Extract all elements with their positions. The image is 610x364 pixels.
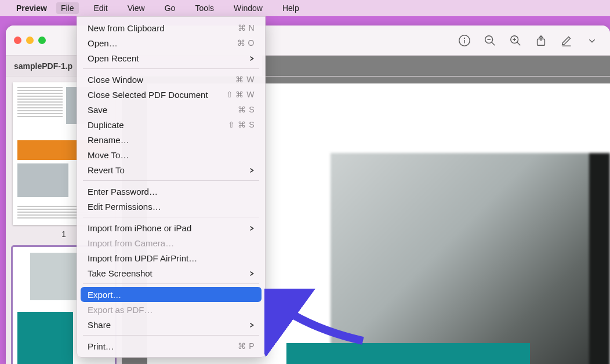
menu-item-label: Save — [88, 105, 107, 115]
menu-shortcut: ⌘ O — [237, 38, 255, 48]
menu-item-rename[interactable]: Rename… — [81, 132, 262, 147]
menu-item-label: Import from iPhone or iPad — [88, 223, 191, 233]
menu-item-label: New from Clipboard — [88, 23, 165, 33]
menu-item-label: Duplicate — [88, 120, 124, 130]
menu-shortcut: ⌘ P — [238, 341, 255, 351]
svg-line-4 — [492, 42, 495, 45]
menu-item-close-window[interactable]: Close Window⌘ W — [81, 72, 262, 87]
menu-item-new-from-clipboard[interactable]: New from Clipboard⌘ N — [81, 20, 262, 35]
menu-go[interactable]: Go — [160, 2, 180, 14]
menu-separator — [83, 335, 259, 336]
chevron-right-icon — [249, 268, 255, 278]
close-window-button[interactable] — [14, 37, 21, 44]
menubar: Preview File Edit View Go Tools Window H… — [0, 0, 610, 16]
menu-item-print[interactable]: Print…⌘ P — [81, 338, 262, 354]
menu-window[interactable]: Window — [229, 2, 267, 14]
menu-item-label: Enter Password… — [88, 187, 158, 196]
menu-item-label: Open… — [88, 38, 118, 48]
menu-view[interactable]: View — [123, 2, 150, 14]
menu-item-import-from-updf-airprint[interactable]: Import from UPDF AirPrint… — [81, 250, 262, 265]
file-menu-dropdown: New from Clipboard⌘ NOpen…⌘ OOpen Recent… — [77, 16, 266, 358]
menu-shortcut: ⇧ ⌘ W — [226, 90, 255, 99]
share-icon[interactable] — [535, 34, 547, 47]
menu-item-label: Share — [88, 320, 111, 330]
svg-line-7 — [517, 42, 521, 45]
menu-item-duplicate[interactable]: Duplicate⇧ ⌘ S — [81, 117, 262, 132]
menu-item-open[interactable]: Open…⌘ O — [81, 35, 262, 50]
chevron-right-icon — [249, 165, 255, 175]
menu-item-move-to[interactable]: Move To… — [81, 147, 262, 162]
menu-item-share[interactable]: Share — [81, 317, 262, 332]
menu-item-label: Close Window — [88, 75, 143, 85]
menu-item-label: Export… — [88, 290, 121, 300]
menu-file[interactable]: File — [56, 2, 79, 14]
menu-separator — [83, 283, 259, 284]
menu-item-label: Edit Permissions… — [88, 202, 161, 212]
menu-item-export[interactable]: Export… — [81, 287, 262, 302]
zoom-window-button[interactable] — [38, 37, 46, 44]
menu-shortcut: ⌘ N — [238, 23, 255, 32]
thumb-teal-box — [17, 312, 73, 364]
menu-item-label: Import from Camera… — [88, 238, 174, 248]
menu-item-take-screenshot[interactable]: Take Screenshot — [81, 265, 262, 281]
menu-item-label: Revert To — [88, 165, 125, 175]
menu-shortcut: ⌘ W — [235, 75, 255, 84]
thumb-image — [17, 163, 68, 197]
menu-item-label: Take Screenshot — [88, 268, 152, 278]
zoom-out-icon[interactable] — [484, 34, 496, 47]
menu-separator — [83, 180, 259, 181]
minimize-window-button[interactable] — [26, 37, 34, 44]
thumb-text-lines — [17, 87, 63, 119]
toolbar-chevron-icon[interactable] — [586, 34, 598, 47]
menu-tools[interactable]: Tools — [190, 2, 219, 14]
app-name[interactable]: Preview — [16, 3, 47, 13]
chevron-right-icon — [249, 223, 255, 233]
menu-shortcut: ⇧ ⌘ S — [228, 120, 255, 129]
info-icon[interactable] — [458, 34, 471, 47]
document-filename: samplePDF-1.p — [14, 61, 72, 71]
menu-help[interactable]: Help — [278, 2, 304, 14]
menu-item-label: Rename… — [88, 135, 129, 145]
menu-item-import-from-camera: Import from Camera… — [81, 235, 262, 250]
menu-item-open-recent[interactable]: Open Recent — [81, 50, 262, 65]
menu-item-close-selected-pdf-document[interactable]: Close Selected PDF Document⇧ ⌘ W — [81, 87, 262, 102]
menu-item-edit-permissions[interactable]: Edit Permissions… — [81, 199, 262, 214]
svg-point-2 — [464, 38, 465, 38]
markup-icon[interactable] — [560, 34, 573, 47]
zoom-in-icon[interactable] — [509, 34, 522, 47]
menu-item-save[interactable]: Save⌘ S — [81, 102, 262, 117]
menu-separator — [83, 217, 259, 217]
menu-separator — [83, 68, 259, 69]
traffic-lights — [14, 37, 46, 44]
chevron-right-icon — [249, 53, 255, 63]
menu-item-import-from-iphone-or-ipad[interactable]: Import from iPhone or iPad — [81, 220, 262, 235]
menu-item-revert-to[interactable]: Revert To — [81, 162, 262, 177]
menu-item-label: Export as PDF… — [88, 305, 153, 315]
menu-item-export-as-pdf: Export as PDF… — [81, 302, 262, 317]
chevron-right-icon — [249, 320, 255, 330]
menu-item-enter-password[interactable]: Enter Password… — [81, 184, 262, 199]
annotation-arrow — [264, 289, 380, 361]
menu-shortcut: ⌘ S — [238, 105, 255, 114]
menu-item-label: Close Selected PDF Document — [88, 90, 208, 100]
menu-item-label: Import from UPDF AirPrint… — [88, 253, 197, 263]
menu-edit[interactable]: Edit — [89, 2, 112, 14]
menu-item-label: Print… — [88, 341, 114, 351]
menu-item-label: Move To… — [88, 150, 129, 160]
menu-item-label: Open Recent — [88, 53, 139, 63]
